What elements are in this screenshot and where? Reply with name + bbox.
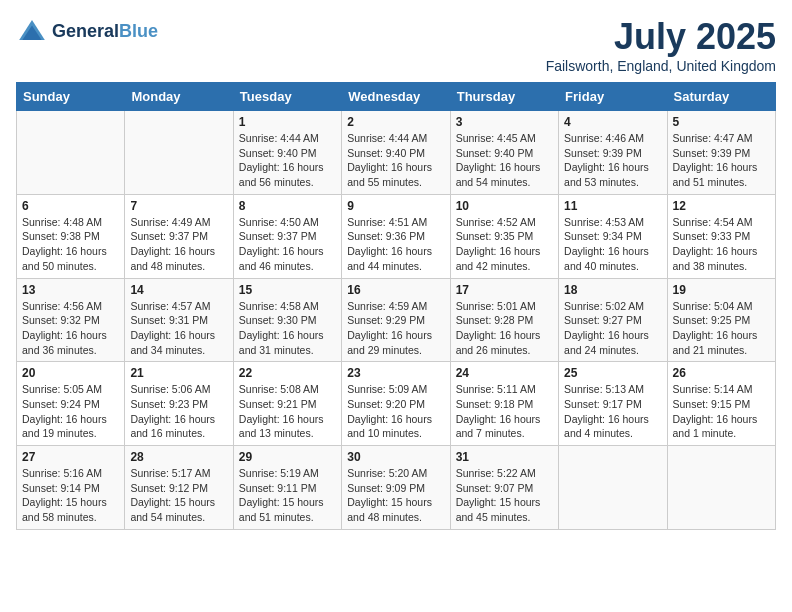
day-info: Sunrise: 4:45 AMSunset: 9:40 PMDaylight:…	[456, 131, 553, 190]
day-info: Sunrise: 5:16 AMSunset: 9:14 PMDaylight:…	[22, 466, 119, 525]
day-number: 7	[130, 199, 227, 213]
day-info: Sunrise: 5:06 AMSunset: 9:23 PMDaylight:…	[130, 382, 227, 441]
day-number: 8	[239, 199, 336, 213]
day-info: Sunrise: 4:58 AMSunset: 9:30 PMDaylight:…	[239, 299, 336, 358]
day-cell: 26Sunrise: 5:14 AMSunset: 9:15 PMDayligh…	[667, 362, 775, 446]
day-number: 26	[673, 366, 770, 380]
day-info: Sunrise: 5:20 AMSunset: 9:09 PMDaylight:…	[347, 466, 444, 525]
day-cell: 27Sunrise: 5:16 AMSunset: 9:14 PMDayligh…	[17, 446, 125, 530]
day-number: 10	[456, 199, 553, 213]
day-info: Sunrise: 5:14 AMSunset: 9:15 PMDaylight:…	[673, 382, 770, 441]
header-cell-monday: Monday	[125, 83, 233, 111]
header-cell-friday: Friday	[559, 83, 667, 111]
header-cell-thursday: Thursday	[450, 83, 558, 111]
day-cell	[125, 111, 233, 195]
day-cell: 15Sunrise: 4:58 AMSunset: 9:30 PMDayligh…	[233, 278, 341, 362]
day-info: Sunrise: 5:11 AMSunset: 9:18 PMDaylight:…	[456, 382, 553, 441]
day-cell: 9Sunrise: 4:51 AMSunset: 9:36 PMDaylight…	[342, 194, 450, 278]
header-cell-saturday: Saturday	[667, 83, 775, 111]
header-cell-sunday: Sunday	[17, 83, 125, 111]
day-info: Sunrise: 5:04 AMSunset: 9:25 PMDaylight:…	[673, 299, 770, 358]
day-info: Sunrise: 4:49 AMSunset: 9:37 PMDaylight:…	[130, 215, 227, 274]
day-cell: 7Sunrise: 4:49 AMSunset: 9:37 PMDaylight…	[125, 194, 233, 278]
day-number: 20	[22, 366, 119, 380]
day-info: Sunrise: 4:48 AMSunset: 9:38 PMDaylight:…	[22, 215, 119, 274]
day-cell: 12Sunrise: 4:54 AMSunset: 9:33 PMDayligh…	[667, 194, 775, 278]
day-number: 25	[564, 366, 661, 380]
day-cell: 20Sunrise: 5:05 AMSunset: 9:24 PMDayligh…	[17, 362, 125, 446]
day-cell: 31Sunrise: 5:22 AMSunset: 9:07 PMDayligh…	[450, 446, 558, 530]
day-number: 9	[347, 199, 444, 213]
day-number: 18	[564, 283, 661, 297]
logo-icon	[16, 16, 48, 48]
day-cell: 16Sunrise: 4:59 AMSunset: 9:29 PMDayligh…	[342, 278, 450, 362]
day-info: Sunrise: 4:59 AMSunset: 9:29 PMDaylight:…	[347, 299, 444, 358]
day-info: Sunrise: 4:44 AMSunset: 9:40 PMDaylight:…	[347, 131, 444, 190]
day-cell: 5Sunrise: 4:47 AMSunset: 9:39 PMDaylight…	[667, 111, 775, 195]
week-row-4: 20Sunrise: 5:05 AMSunset: 9:24 PMDayligh…	[17, 362, 776, 446]
day-number: 2	[347, 115, 444, 129]
day-info: Sunrise: 4:52 AMSunset: 9:35 PMDaylight:…	[456, 215, 553, 274]
day-cell: 25Sunrise: 5:13 AMSunset: 9:17 PMDayligh…	[559, 362, 667, 446]
day-info: Sunrise: 5:13 AMSunset: 9:17 PMDaylight:…	[564, 382, 661, 441]
day-number: 23	[347, 366, 444, 380]
header-cell-tuesday: Tuesday	[233, 83, 341, 111]
month-title: July 2025	[546, 16, 776, 58]
day-number: 1	[239, 115, 336, 129]
day-info: Sunrise: 4:46 AMSunset: 9:39 PMDaylight:…	[564, 131, 661, 190]
calendar-table: SundayMondayTuesdayWednesdayThursdayFrid…	[16, 82, 776, 530]
day-info: Sunrise: 5:17 AMSunset: 9:12 PMDaylight:…	[130, 466, 227, 525]
day-number: 4	[564, 115, 661, 129]
day-number: 6	[22, 199, 119, 213]
day-cell: 30Sunrise: 5:20 AMSunset: 9:09 PMDayligh…	[342, 446, 450, 530]
day-number: 31	[456, 450, 553, 464]
week-row-3: 13Sunrise: 4:56 AMSunset: 9:32 PMDayligh…	[17, 278, 776, 362]
day-number: 11	[564, 199, 661, 213]
day-number: 27	[22, 450, 119, 464]
day-cell: 2Sunrise: 4:44 AMSunset: 9:40 PMDaylight…	[342, 111, 450, 195]
logo: GeneralBlue	[16, 16, 158, 48]
day-number: 5	[673, 115, 770, 129]
day-info: Sunrise: 5:05 AMSunset: 9:24 PMDaylight:…	[22, 382, 119, 441]
header-row: SundayMondayTuesdayWednesdayThursdayFrid…	[17, 83, 776, 111]
day-cell: 13Sunrise: 4:56 AMSunset: 9:32 PMDayligh…	[17, 278, 125, 362]
day-number: 13	[22, 283, 119, 297]
day-cell: 24Sunrise: 5:11 AMSunset: 9:18 PMDayligh…	[450, 362, 558, 446]
day-number: 21	[130, 366, 227, 380]
day-info: Sunrise: 4:44 AMSunset: 9:40 PMDaylight:…	[239, 131, 336, 190]
day-cell	[559, 446, 667, 530]
page-header: GeneralBlue July 2025 Failsworth, Englan…	[16, 16, 776, 74]
day-info: Sunrise: 5:19 AMSunset: 9:11 PMDaylight:…	[239, 466, 336, 525]
day-info: Sunrise: 4:50 AMSunset: 9:37 PMDaylight:…	[239, 215, 336, 274]
day-info: Sunrise: 5:09 AMSunset: 9:20 PMDaylight:…	[347, 382, 444, 441]
day-cell: 21Sunrise: 5:06 AMSunset: 9:23 PMDayligh…	[125, 362, 233, 446]
day-number: 29	[239, 450, 336, 464]
day-number: 22	[239, 366, 336, 380]
day-cell: 28Sunrise: 5:17 AMSunset: 9:12 PMDayligh…	[125, 446, 233, 530]
logo-text: GeneralBlue	[52, 22, 158, 42]
day-cell	[667, 446, 775, 530]
day-info: Sunrise: 4:51 AMSunset: 9:36 PMDaylight:…	[347, 215, 444, 274]
day-number: 19	[673, 283, 770, 297]
day-number: 12	[673, 199, 770, 213]
day-number: 17	[456, 283, 553, 297]
day-cell: 18Sunrise: 5:02 AMSunset: 9:27 PMDayligh…	[559, 278, 667, 362]
day-cell: 1Sunrise: 4:44 AMSunset: 9:40 PMDaylight…	[233, 111, 341, 195]
day-number: 14	[130, 283, 227, 297]
title-block: July 2025 Failsworth, England, United Ki…	[546, 16, 776, 74]
day-info: Sunrise: 5:22 AMSunset: 9:07 PMDaylight:…	[456, 466, 553, 525]
day-info: Sunrise: 5:02 AMSunset: 9:27 PMDaylight:…	[564, 299, 661, 358]
day-info: Sunrise: 4:57 AMSunset: 9:31 PMDaylight:…	[130, 299, 227, 358]
header-cell-wednesday: Wednesday	[342, 83, 450, 111]
day-number: 15	[239, 283, 336, 297]
day-number: 30	[347, 450, 444, 464]
day-cell: 17Sunrise: 5:01 AMSunset: 9:28 PMDayligh…	[450, 278, 558, 362]
day-cell: 4Sunrise: 4:46 AMSunset: 9:39 PMDaylight…	[559, 111, 667, 195]
day-cell: 22Sunrise: 5:08 AMSunset: 9:21 PMDayligh…	[233, 362, 341, 446]
day-number: 16	[347, 283, 444, 297]
location-subtitle: Failsworth, England, United Kingdom	[546, 58, 776, 74]
day-cell: 8Sunrise: 4:50 AMSunset: 9:37 PMDaylight…	[233, 194, 341, 278]
week-row-5: 27Sunrise: 5:16 AMSunset: 9:14 PMDayligh…	[17, 446, 776, 530]
day-info: Sunrise: 4:53 AMSunset: 9:34 PMDaylight:…	[564, 215, 661, 274]
day-cell: 10Sunrise: 4:52 AMSunset: 9:35 PMDayligh…	[450, 194, 558, 278]
